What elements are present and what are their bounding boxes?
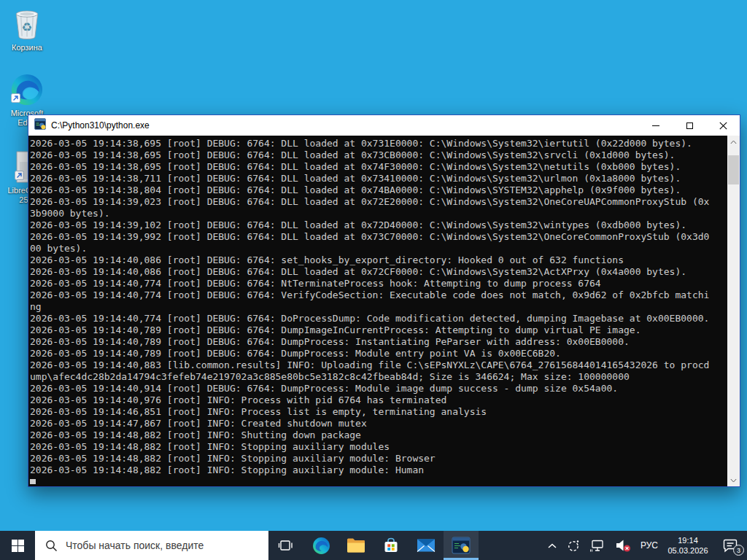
store-icon [382,537,400,554]
tray-app-icon [566,538,581,553]
system-tray: РУС 19:14 05.03.2026 3 [543,531,747,560]
taskbar-edge-button[interactable] [303,531,338,560]
search-icon [45,540,58,552]
chevron-up-icon [547,542,557,549]
volume-muted-icon [614,538,632,553]
network-button[interactable] [585,531,610,560]
language-indicator[interactable]: РУС [636,531,662,560]
clock-date: 05.03.2026 [667,545,708,556]
file-explorer-button[interactable] [338,531,374,560]
console-cursor [30,479,36,484]
edge-icon [10,73,44,106]
folder-icon [347,537,365,553]
scroll-down-button[interactable] [727,474,740,486]
chevron-down-icon [730,478,737,483]
close-icon [719,122,727,130]
console-window: C:\Python310\python.exe 2026-03-05 19:14… [28,114,740,487]
start-button[interactable] [0,531,35,560]
minimize-button[interactable] [639,115,673,136]
console-text: 2026-03-05 19:14:38,695 [root] DEBUG: 67… [28,136,713,476]
desktop-icon-recycle-bin[interactable]: ♻ Корзина [4,6,50,52]
python-console-task-button[interactable] [444,531,479,560]
microsoft-store-button[interactable] [374,531,409,560]
action-center-button[interactable]: 3 [713,531,747,560]
scroll-up-button[interactable] [727,136,740,148]
volume-button[interactable] [610,531,636,560]
recycle-bin-icon: ♻ [11,6,43,41]
shortcut-arrow-icon [11,93,20,106]
minimize-icon [652,125,659,126]
desktop: { "desktop": { "wallpaper_color": "#29a9… [0,0,747,560]
console-output-area: 2026-03-05 19:14:38,695 [root] DEBUG: 67… [28,136,740,486]
task-view-button[interactable] [268,531,303,560]
maximize-button[interactable] [673,115,706,136]
python-console-icon [452,537,471,554]
shortcut-arrow-icon [15,170,24,183]
window-titlebar[interactable]: C:\Python310\python.exe [28,115,740,136]
vertical-scrollbar[interactable] [727,136,740,486]
network-icon [589,539,605,553]
taskbar-search-box[interactable] [35,531,268,560]
edge-icon [312,537,330,555]
close-button[interactable] [706,115,740,136]
window-title: C:\Python310\python.exe [51,120,639,131]
mail-button[interactable] [409,531,444,560]
task-view-icon [277,537,295,554]
desktop-icon-label: Корзина [4,43,50,52]
taskbar: РУС 19:14 05.03.2026 3 [0,531,747,560]
mail-icon [417,538,436,553]
chevron-up-icon [730,140,737,144]
scrollbar-thumb[interactable] [728,155,739,184]
tray-app-button[interactable] [562,531,585,560]
windows-logo-icon [12,540,24,552]
tray-show-hidden-icons-button[interactable] [543,531,562,560]
taskbar-clock[interactable]: 19:14 05.03.2026 [662,531,713,560]
clock-time: 19:14 [678,535,698,545]
python-console-icon [34,118,46,133]
notification-count-badge: 3 [733,545,744,556]
maximize-icon [686,122,693,129]
svg-text:♻: ♻ [22,20,33,34]
search-input[interactable] [66,540,248,551]
